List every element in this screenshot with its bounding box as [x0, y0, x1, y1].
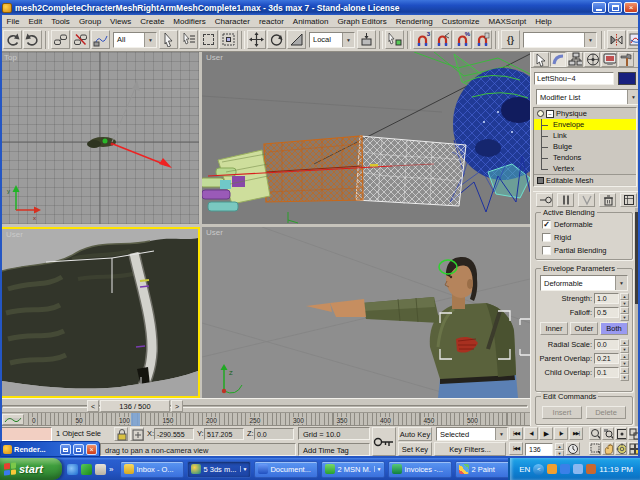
- x-coordinate-field[interactable]: -290.555: [154, 428, 194, 440]
- task-dropdown-icon[interactable]: ▼: [240, 466, 248, 472]
- menu-rendering[interactable]: Rendering: [391, 17, 437, 26]
- redo-button[interactable]: [23, 30, 42, 49]
- region-zoom-button[interactable]: [589, 442, 601, 455]
- percent-snap-toggle-button[interactable]: %: [453, 30, 472, 49]
- tab-modify[interactable]: [550, 52, 566, 67]
- spinner-up-icon[interactable]: ▲: [620, 339, 629, 346]
- spinner-up-icon[interactable]: ▲: [620, 293, 629, 300]
- window-crossing-toggle-button[interactable]: [219, 30, 238, 49]
- viewport-label[interactable]: User: [206, 228, 223, 237]
- zoom-extents-button[interactable]: [615, 427, 627, 440]
- menu-maxscript[interactable]: MAXScript: [484, 17, 531, 26]
- spinner-up-icon[interactable]: ▲: [620, 307, 629, 314]
- tray-icon-2[interactable]: [560, 464, 570, 474]
- pin-stack-button[interactable]: [536, 193, 553, 207]
- param-field[interactable]: 0.1: [594, 367, 619, 378]
- chevron-down-icon[interactable]: ▼: [615, 276, 627, 290]
- menu-views[interactable]: Views: [106, 17, 136, 26]
- menu-animation[interactable]: Animation: [288, 17, 333, 26]
- stack-item-vertex[interactable]: Vertex: [534, 163, 636, 174]
- quick-launch-more-icon[interactable]: »: [109, 465, 113, 474]
- go-to-start-button[interactable]: |◀◀: [509, 427, 523, 440]
- chevron-down-icon[interactable]: ▼: [144, 33, 156, 47]
- menu-bar[interactable]: FileEditToolsGroupViewsCreateModifiersCh…: [0, 15, 640, 28]
- spinner-up-icon[interactable]: ▲: [555, 443, 564, 450]
- selection-filter-dropdown[interactable]: All▼: [113, 32, 157, 48]
- hand-mesh[interactable]: [202, 150, 270, 211]
- menu-graph-editors[interactable]: Graph Editors: [333, 17, 391, 26]
- spinner-down-icon[interactable]: ▼: [620, 300, 629, 307]
- show-desktop-icon[interactable]: [95, 464, 106, 475]
- object-color-swatch[interactable]: [618, 72, 636, 85]
- mode-inner-button[interactable]: Inner: [540, 322, 568, 335]
- select-and-scale-button[interactable]: [287, 30, 306, 49]
- start-button[interactable]: start: [0, 458, 62, 480]
- zoom-button[interactable]: [589, 427, 601, 440]
- param-field[interactable]: 1.0: [594, 293, 619, 304]
- menu-create[interactable]: Create: [136, 17, 169, 26]
- frame-spinner[interactable]: ▲ ▼: [555, 443, 564, 456]
- envelope-type-dropdown[interactable]: Deformable ▼: [540, 275, 628, 291]
- spinner-down-icon[interactable]: ▼: [620, 314, 629, 321]
- taskbar-task[interactable]: Document...: [254, 461, 318, 478]
- make-unique-button[interactable]: [578, 193, 595, 207]
- menu-help[interactable]: Help: [531, 17, 556, 26]
- wrist-envelope-orange[interactable]: [264, 136, 363, 202]
- clock[interactable]: 11:19 PM: [599, 465, 633, 474]
- render-close-button[interactable]: ×: [86, 444, 97, 455]
- select-and-move-button[interactable]: [247, 30, 266, 49]
- stack-item-editable-mesh[interactable]: Editable Mesh: [534, 174, 636, 185]
- select-and-link-button[interactable]: [51, 30, 70, 49]
- delete-button[interactable]: Delete: [586, 406, 626, 419]
- time-configuration-button[interactable]: [566, 442, 580, 455]
- taskbar-task[interactable]: 2 MSN M...▼: [321, 461, 385, 478]
- checkbox[interactable]: [542, 233, 551, 242]
- spinner-snap-toggle-button[interactable]: [473, 30, 492, 49]
- key-selection-dropdown[interactable]: Selected ▼: [436, 427, 508, 441]
- spinner[interactable]: ▲▼: [620, 367, 629, 378]
- configure-modifier-sets-button[interactable]: [620, 193, 637, 207]
- chevron-down-icon[interactable]: ▼: [584, 33, 596, 47]
- restore-button[interactable]: [608, 2, 622, 13]
- bulb-icon[interactable]: [537, 110, 544, 117]
- menu-character[interactable]: Character: [210, 17, 254, 26]
- menu-group[interactable]: Group: [74, 17, 105, 26]
- pan-view-button[interactable]: [602, 442, 614, 455]
- angle-snap-toggle-button[interactable]: [433, 30, 452, 49]
- render-restore-button[interactable]: [60, 444, 71, 455]
- select-and-manipulate-button[interactable]: [385, 30, 404, 49]
- trackbar-ruler[interactable]: 050100150200250300350400450500: [28, 413, 528, 426]
- taskbar-task[interactable]: 5 3ds m...▼: [187, 461, 251, 478]
- stack-item-link[interactable]: Link: [534, 130, 636, 141]
- z-coordinate-field[interactable]: 0.0: [254, 428, 294, 440]
- tray-icon-1[interactable]: [547, 464, 557, 474]
- use-pivot-point-button[interactable]: [357, 30, 376, 49]
- stack-item-physique[interactable]: −Physique: [534, 108, 636, 119]
- stack-item-bulge[interactable]: Bulge: [534, 141, 636, 152]
- spinner-up-icon[interactable]: ▲: [620, 367, 629, 374]
- next-frame-button[interactable]: >: [171, 400, 183, 412]
- stack-item-tendons[interactable]: Tendons: [534, 152, 636, 163]
- spinner[interactable]: ▲▼: [620, 339, 629, 350]
- menu-tools[interactable]: Tools: [47, 17, 75, 26]
- play-animation-button[interactable]: ▶: [539, 427, 553, 440]
- set-key-mode-button[interactable]: [372, 427, 396, 456]
- render-maximize-button[interactable]: [73, 444, 84, 455]
- mode-both-button[interactable]: Both: [600, 322, 628, 335]
- hide-tray-icons-icon[interactable]: <: [533, 464, 544, 475]
- param-field[interactable]: 0.0: [594, 339, 619, 350]
- set-key-button[interactable]: Set Key: [398, 442, 432, 456]
- spinner-down-icon[interactable]: ▼: [620, 346, 629, 353]
- mirror-button[interactable]: [607, 30, 626, 49]
- add-time-tag[interactable]: Add Time Tag: [298, 443, 370, 456]
- key-filters-button[interactable]: Key Filters...: [434, 442, 506, 456]
- collapse-icon[interactable]: −: [546, 110, 554, 118]
- reference-coordinate-dropdown[interactable]: Local▼: [309, 32, 355, 48]
- chevron-down-icon[interactable]: ▼: [342, 33, 354, 47]
- snap-toggle-3d-button[interactable]: 3: [413, 30, 432, 49]
- current-frame-marker[interactable]: [131, 413, 140, 426]
- tray-icon-4[interactable]: [586, 464, 596, 474]
- tray-icon-3[interactable]: [573, 464, 583, 474]
- y-coordinate-field[interactable]: 517.205: [204, 428, 244, 440]
- next-frame-step-button[interactable]: |▶: [554, 427, 568, 440]
